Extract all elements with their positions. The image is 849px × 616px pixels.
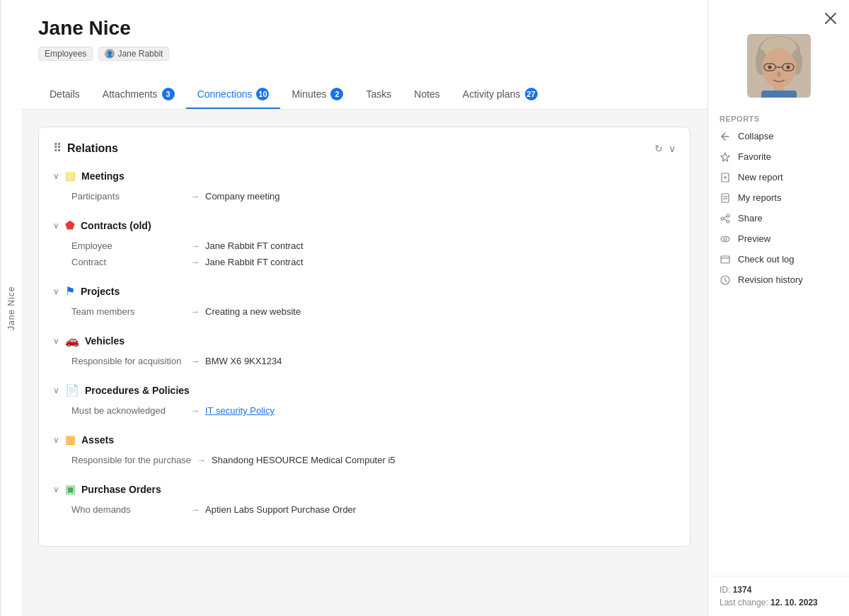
vehicles-chevron[interactable]: ∨: [53, 336, 59, 346]
relations-refresh-icon[interactable]: ↻: [654, 143, 663, 154]
menu-item-favorite[interactable]: Favorite: [708, 146, 849, 167]
svg-point-25: [721, 217, 724, 220]
vehicles-item-1: Responsible for acquisition → BMW X6 9KX…: [53, 353, 676, 369]
relations-title: ⠿ Relations: [53, 141, 118, 155]
relation-group-projects: ∨ ⚑ Projects Team members → Creating a n…: [53, 284, 676, 320]
svg-rect-15: [761, 91, 797, 98]
file-icon: [720, 193, 731, 203]
svg-point-29: [724, 238, 727, 240]
avatar-image: [747, 34, 811, 98]
purchase-orders-item-1: Who demands → Aptien Labs Support Purcha…: [53, 501, 676, 518]
meetings-icon: ▤: [65, 169, 76, 182]
menu-item-collapse[interactable]: Collapse: [708, 126, 849, 146]
relations-icon: ⠿: [53, 141, 62, 155]
close-button-area: [708, 0, 849, 28]
contracts-item-1: Employee → Jane Rabbit FT contract: [53, 238, 676, 254]
reports-section-label: reports: [708, 109, 849, 126]
file-new-icon: [720, 173, 731, 182]
purchase-orders-chevron[interactable]: ∨: [53, 484, 59, 494]
clock-icon: [720, 275, 731, 285]
relations-card: ⠿ Relations ↻ ∨ ∨ ▤ Meetings Participant…: [38, 127, 691, 547]
meetings-title: Meetings: [81, 170, 125, 182]
svg-line-26: [724, 216, 727, 218]
relation-group-vehicles: ∨ 🚗 Vehicles Responsible for acquisition…: [53, 334, 676, 369]
relation-group-assets: ∨ ▦ Assets Responsible for the purchase …: [53, 433, 676, 468]
assets-chevron[interactable]: ∨: [53, 435, 59, 445]
header-top: Jane Nice Employees 👤 Jane Rabbit: [38, 17, 691, 72]
share-icon: [720, 214, 731, 223]
star-icon: [720, 152, 731, 162]
meetings-chevron[interactable]: ∨: [53, 171, 59, 181]
contracts-icon: ⬟: [65, 219, 75, 232]
menu-item-new-report[interactable]: New report: [708, 167, 849, 187]
projects-chevron[interactable]: ∨: [53, 286, 59, 296]
right-panel: reports Collapse Favorite New report M: [708, 0, 849, 616]
vehicles-icon: 🚗: [65, 334, 79, 347]
collapse-icon: [720, 132, 731, 141]
svg-point-23: [727, 214, 729, 217]
svg-point-12: [786, 66, 790, 69]
relation-group-purchase-orders: ∨ ▣ Purchase Orders Who demands → Aptien…: [53, 482, 676, 518]
tab-tasks[interactable]: Tasks: [354, 81, 403, 108]
it-security-link[interactable]: IT security Policy: [205, 405, 275, 416]
tabs: Details Attachments 3 Connections 10 Min…: [38, 81, 691, 109]
svg-point-28: [721, 236, 729, 242]
relations-expand-icon[interactable]: ∨: [669, 143, 676, 154]
header: Jane Nice Employees 👤 Jane Rabbit Detail…: [21, 0, 708, 110]
tab-connections[interactable]: Connections 10: [186, 81, 281, 109]
tab-activity-plans[interactable]: Activity plans 27: [451, 81, 549, 109]
breadcrumbs: Employees 👤 Jane Rabbit: [38, 47, 691, 61]
eye-icon: [720, 234, 731, 244]
svg-point-24: [727, 220, 729, 223]
svg-line-27: [724, 219, 727, 221]
relation-group-meetings: ∨ ▤ Meetings Participants → Company meet…: [53, 169, 676, 204]
tab-connections-badge: 10: [256, 88, 269, 100]
menu-item-preview[interactable]: Preview: [708, 228, 849, 249]
purchase-orders-title: Purchase Orders: [81, 484, 161, 495]
main-panel: Jane Nice Employees 👤 Jane Rabbit Detail…: [21, 0, 708, 616]
relation-group-contracts: ∨ ⬟ Contracts (old) Employee → Jane Rabb…: [53, 219, 676, 270]
purchase-orders-icon: ▣: [65, 482, 76, 496]
menu-item-checkout-log[interactable]: Check out log: [708, 249, 849, 269]
menu-item-my-reports[interactable]: My reports: [708, 187, 849, 208]
contracts-item-2: Contract → Jane Rabbit FT contract: [53, 254, 676, 270]
right-menu: Collapse Favorite New report My reports: [708, 126, 849, 576]
tab-activity-badge: 27: [525, 88, 538, 100]
right-footer: ID: 1374 Last change: 12. 10. 2023: [708, 576, 849, 616]
content-area: ⠿ Relations ↻ ∨ ∨ ▤ Meetings Participant…: [21, 110, 708, 616]
svg-rect-20: [722, 194, 729, 202]
procedures-item-1: Must be acknowledged → IT security Polic…: [53, 402, 676, 419]
tab-attachments-badge: 3: [162, 88, 175, 100]
menu-item-revision-history[interactable]: Revision history: [708, 269, 849, 290]
tab-details[interactable]: Details: [38, 81, 91, 108]
assets-item-1: Responsible for the purchase → Shandong …: [53, 452, 676, 468]
user-icon: 👤: [105, 49, 115, 59]
close-button[interactable]: [821, 8, 841, 28]
avatar-container: [708, 28, 849, 109]
meetings-item-1: Participants → Company meeting: [53, 188, 676, 204]
svg-point-13: [777, 71, 781, 77]
tab-minutes-badge: 2: [330, 88, 343, 100]
contracts-title: Contracts (old): [81, 220, 151, 231]
procedures-chevron[interactable]: ∨: [53, 385, 59, 395]
breadcrumb-user[interactable]: 👤 Jane Rabbit: [98, 47, 169, 61]
tab-notes[interactable]: Notes: [403, 81, 451, 108]
svg-point-11: [768, 66, 771, 69]
projects-title: Projects: [81, 286, 120, 297]
procedures-title: Procedures & Policies: [85, 385, 190, 396]
close-icon: [824, 12, 837, 25]
relations-header: ⠿ Relations ↻ ∨: [53, 141, 676, 155]
svg-marker-16: [721, 153, 729, 161]
assets-icon: ▦: [65, 433, 76, 446]
menu-item-share[interactable]: Share: [708, 208, 849, 228]
vehicles-title: Vehicles: [85, 335, 125, 347]
tab-attachments[interactable]: Attachments 3: [91, 81, 186, 109]
contracts-chevron[interactable]: ∨: [53, 221, 59, 231]
projects-icon: ⚑: [65, 284, 75, 298]
relations-actions: ↻ ∨: [654, 143, 676, 154]
avatar: [747, 34, 811, 98]
svg-rect-30: [721, 256, 729, 263]
tab-minutes[interactable]: Minutes 2: [280, 81, 354, 109]
breadcrumb-employees[interactable]: Employees: [38, 47, 93, 61]
projects-item-1: Team members → Creating a new website: [53, 303, 676, 320]
